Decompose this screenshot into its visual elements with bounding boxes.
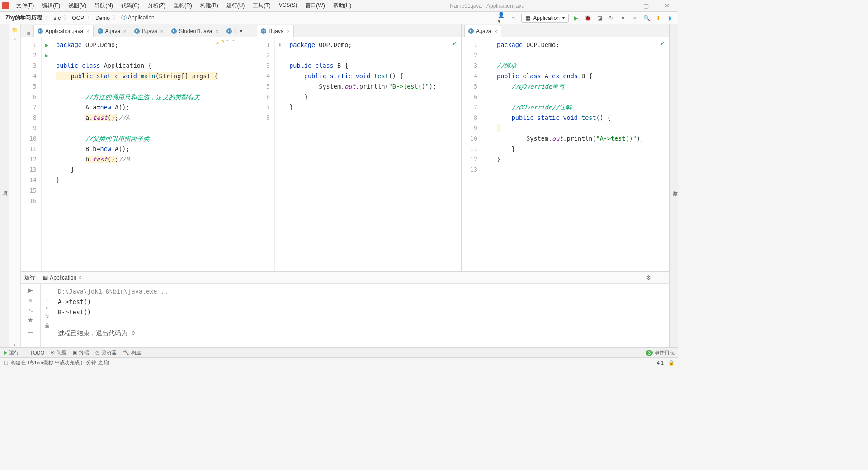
profile-icon[interactable]: ↻ [607, 14, 616, 23]
build-icon[interactable]: ↖ [509, 14, 519, 23]
tw-run[interactable]: ▶运行 [4, 349, 19, 356]
menu-analyze[interactable]: 分析(Z) [144, 0, 169, 11]
stop-icon[interactable]: ■ [630, 14, 639, 23]
tab-application[interactable]: CApplication.java× [33, 25, 94, 37]
toolbar: 👤▾ ↖ ▦Application▾ ▶ 🐞 ◪ ↻ ▾ ■ 🔍 ⬆ ◗ [498, 14, 675, 23]
tab-b2[interactable]: CB.java× [257, 25, 294, 37]
minimize-icon[interactable]: — [619, 2, 631, 9]
menu-build[interactable]: 构建(B) [197, 0, 222, 11]
run-toolbar: ▶ ■ ⎌ ★ ▤ [21, 284, 41, 347]
inspection-ok-icon[interactable]: ✔ [661, 39, 665, 47]
cursor-position[interactable]: 4:1 [657, 360, 664, 366]
chevron-down-icon[interactable]: ⌄ [13, 36, 17, 41]
console-output[interactable]: D:\Java\jdk1.8\bin\java.exe ... A->test(… [53, 284, 669, 347]
gutter-icons-3 [482, 37, 492, 271]
run-tab-application[interactable]: ▦Application× [40, 273, 84, 282]
crumb-demo[interactable]: Demo [94, 15, 112, 21]
run-label: 运行: [24, 274, 37, 281]
code-editor-2[interactable]: package OOP.Demo; public class B { publi… [285, 37, 461, 271]
menu-tools[interactable]: 工具(T) [249, 0, 274, 11]
folder-icon: 📁 [12, 27, 18, 33]
ide-icon[interactable]: ◗ [665, 14, 675, 23]
tab-a2[interactable]: CA.java× [464, 25, 501, 37]
run-gutter-icon[interactable]: ▶ [42, 40, 52, 50]
editor-tabs-pane1: ≡ CApplication.java× CA.java× CB.java× C… [21, 24, 254, 37]
wrap-icon[interactable]: ⤶ [45, 304, 49, 311]
tab-b[interactable]: CB.java× [130, 25, 167, 37]
exit-icon[interactable]: ⎌ [29, 306, 33, 313]
code-editor-1[interactable]: package OOP.Demo; public class Applicati… [52, 37, 254, 271]
crumb-oop[interactable]: OOP [70, 15, 86, 21]
layout-icon[interactable]: ▤ [28, 326, 33, 333]
up-icon[interactable]: ↑ [46, 286, 48, 293]
menu-file[interactable]: 文件(F) [13, 0, 38, 11]
chevron-right-icon[interactable]: › [14, 342, 15, 347]
lock-icon[interactable]: 🔒 [668, 360, 675, 366]
navigation-bar: Zhy的学习历程 〉 src 〉 OOP 〉 Demo 〉 ⒸApplicati… [0, 12, 678, 24]
menu-navigate[interactable]: 导航(N) [91, 0, 117, 11]
tw-terminal[interactable]: ▣终端 [73, 349, 89, 356]
menu-view[interactable]: 视图(V) [65, 0, 90, 11]
tab-f[interactable]: CF▾ [222, 25, 246, 37]
add-user-icon[interactable]: 👤▾ [498, 14, 507, 23]
rerun-icon[interactable]: ▶ [28, 286, 33, 294]
status-bar: ▢ 构建在 1秒666毫秒 中成功完成 (1 分钟 之前) 4:1 🔒 [0, 357, 678, 367]
down-icon[interactable]: ↓ [46, 295, 48, 302]
console-toolbar: ↑ ↓ ⤶ ⇲ 🖶 [41, 284, 53, 347]
overridden-icon[interactable]: ⬇ [275, 40, 285, 50]
tab-menu-icon[interactable]: ≡ [24, 30, 33, 37]
stop-run-icon[interactable]: ■ [28, 296, 32, 304]
gear-icon[interactable]: ⚙ [644, 273, 653, 282]
debug-icon[interactable]: 🐞 [583, 14, 592, 23]
crumb-project[interactable]: Zhy的学习历程 [4, 14, 44, 22]
tw-build[interactable]: 🔨构建 [123, 349, 141, 356]
window-title: Name01.java - Application.java [355, 3, 619, 9]
code-editor-3[interactable]: package OOP.Demo; //继承 public class A ex… [492, 37, 669, 271]
titlebar: 文件(F) 编辑(E) 视图(V) 导航(N) 代码(C) 分析(Z) 重构(R… [0, 0, 678, 12]
close-icon[interactable]: ✕ [661, 2, 673, 9]
tw-todo[interactable]: ≡TODO [25, 350, 44, 356]
toolwindow-project[interactable]: 项目 [1, 186, 9, 190]
more-icon[interactable]: ▾ [618, 14, 627, 23]
editor-tabs-pane2: CB.java× [254, 24, 461, 37]
menu-edit[interactable]: 编辑(E) [38, 0, 64, 11]
star-icon[interactable]: ★ [28, 316, 33, 323]
run-config-combo[interactable]: ▦Application▾ [521, 14, 569, 23]
inspection-warning-badge[interactable]: ⚠ 2 ˄ ˅ [216, 39, 235, 46]
run-gutter-icon[interactable]: ▶ [42, 50, 52, 61]
run-icon[interactable]: ▶ [571, 14, 580, 23]
inspection-ok-icon[interactable]: ✔ [453, 39, 457, 47]
gutter-icons: ▶▶ [42, 37, 52, 271]
scroll-icon[interactable]: ⇲ [45, 313, 49, 320]
editor-tabs-pane3: CA.java× [462, 24, 669, 37]
menu-window[interactable]: 窗口(W) [302, 0, 328, 11]
tab-a[interactable]: CA.java× [94, 25, 131, 37]
maximize-icon[interactable]: ▢ [640, 2, 652, 9]
close-tab-icon[interactable]: × [86, 28, 89, 34]
menu-code[interactable]: 代码(C) [118, 0, 143, 11]
status-message: 构建在 1秒666毫秒 中成功完成 (1 分钟 之前) [11, 359, 109, 366]
project-collapsed[interactable]: 📁 ⌄ › [9, 24, 21, 347]
menu-help[interactable]: 帮助(H) [330, 0, 355, 11]
tw-problems[interactable]: ⊘问题 [51, 349, 66, 356]
event-badge[interactable]: 3事件日志 [646, 349, 675, 356]
menu-vcs[interactable]: VCS(S) [275, 0, 301, 11]
crumb-file[interactable]: ⒸApplication [119, 14, 156, 22]
right-toolwindow-bar: 数据库 [669, 24, 678, 347]
bottom-toolwindow-bar: ▶运行 ≡TODO ⊘问题 ▣终端 ◷分析器 🔨构建 3事件日志 [0, 347, 678, 357]
tw-profiler[interactable]: ◷分析器 [95, 349, 117, 356]
menu-refactor[interactable]: 重构(R) [170, 0, 196, 11]
update-icon[interactable]: ⬆ [654, 14, 663, 23]
menu-run[interactable]: 运行(U) [223, 0, 249, 11]
search-icon[interactable]: 🔍 [642, 14, 651, 23]
coverage-icon[interactable]: ◪ [595, 14, 604, 23]
crumb-src[interactable]: src [52, 15, 62, 21]
tab-student1[interactable]: CStudent1.java× [167, 25, 222, 37]
line-numbers-2: 12345678 [254, 37, 275, 271]
status-icon: ▢ [4, 360, 8, 366]
minimize-panel-icon[interactable]: — [656, 273, 665, 282]
run-panel: 运行: ▦Application× ⚙ — ▶ ■ ⎌ ★ ▤ ↑ ↓ ⤶ [21, 271, 669, 347]
left-toolwindow-bar: 项目 [0, 24, 9, 347]
main-menu: 文件(F) 编辑(E) 视图(V) 导航(N) 代码(C) 分析(Z) 重构(R… [13, 0, 355, 11]
print-icon[interactable]: 🖶 [44, 323, 50, 329]
